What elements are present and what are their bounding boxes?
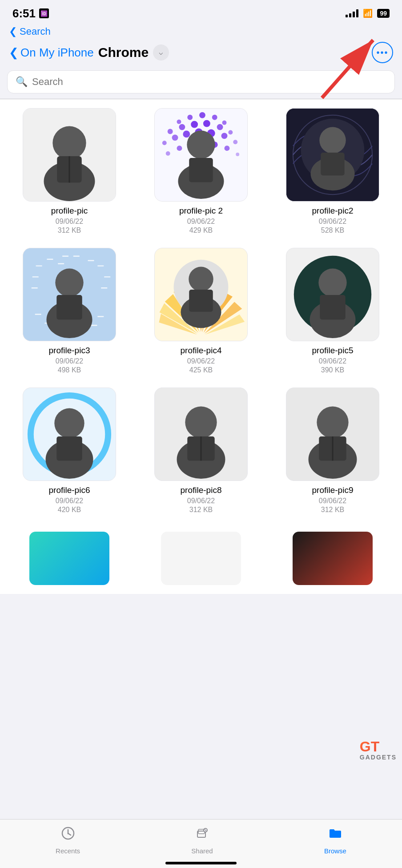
search-icon: 🔍 xyxy=(16,76,28,88)
file-name: profile-pic9 xyxy=(312,485,354,495)
svg-point-34 xyxy=(187,131,215,159)
partial-item-2 xyxy=(139,532,263,594)
file-size: 390 KB xyxy=(321,366,344,374)
file-thumbnail xyxy=(23,248,116,341)
status-icons: 📶 99 xyxy=(346,8,390,18)
status-time: 6:51 xyxy=(12,7,36,20)
svg-point-13 xyxy=(222,121,227,125)
file-item[interactable]: profile-pic9 09/06/22 312 KB xyxy=(270,388,395,514)
file-size: 425 KB xyxy=(189,366,213,374)
back-label[interactable]: Search xyxy=(20,26,51,37)
svg-rect-36 xyxy=(189,158,213,182)
file-item[interactable]: profile-pic5 09/06/22 390 KB xyxy=(270,248,395,374)
svg-point-19 xyxy=(228,130,233,135)
file-name: profile-pic4 xyxy=(181,346,222,355)
svg-point-40 xyxy=(319,127,346,153)
status-bar: 6:51 🆔 📶 99 xyxy=(0,0,402,24)
signal-icon xyxy=(346,9,358,17)
file-date: 09/06/22 xyxy=(187,357,215,365)
file-item[interactable]: profile-pic6 09/06/22 420 KB xyxy=(7,388,132,514)
svg-point-20 xyxy=(162,141,167,145)
clock-icon xyxy=(60,826,76,844)
tab-shared-label: Shared xyxy=(191,847,213,855)
profile-image-5 xyxy=(155,248,247,341)
watermark: GT GADGETS xyxy=(360,739,397,761)
search-input[interactable] xyxy=(32,76,386,88)
partial-thumbnail-1 xyxy=(29,532,109,585)
svg-point-14 xyxy=(168,129,173,134)
back-chevron-icon[interactable]: ❮ xyxy=(9,26,17,37)
file-item[interactable]: profile-pic 2 09/06/22 429 KB xyxy=(139,108,263,234)
file-name: profile-pic xyxy=(51,206,88,216)
home-indicator xyxy=(165,862,237,864)
file-date: 09/06/22 xyxy=(319,218,346,226)
file-name: profile-pic6 xyxy=(49,485,90,495)
file-thumbnail xyxy=(286,108,379,202)
file-item[interactable]: profile-pic4 09/06/22 425 KB xyxy=(139,248,263,374)
search-bar: 🔍 xyxy=(7,70,395,93)
svg-point-3 xyxy=(52,126,86,160)
back-button[interactable]: ❮ On My iPhone xyxy=(9,46,94,60)
file-date: 09/06/22 xyxy=(187,218,215,226)
id-icon: 🆔 xyxy=(39,8,49,18)
dropdown-button[interactable]: ⌵ xyxy=(153,44,169,61)
nav-header: ❮ On My iPhone Chrome ⌵ ••• xyxy=(0,38,402,69)
search-container: 🔍 xyxy=(0,69,402,99)
partial-item-3 xyxy=(270,532,395,594)
file-item[interactable]: profile-pic2 09/06/22 528 KB xyxy=(270,108,395,234)
profile-image-4 xyxy=(23,248,116,341)
back-search-row: ❮ Search xyxy=(0,24,402,38)
profile-image-9 xyxy=(286,388,379,481)
page-title: Chrome xyxy=(98,45,149,60)
file-name: profile-pic 2 xyxy=(179,206,223,216)
file-size: 312 KB xyxy=(189,506,213,514)
partial-item-1 xyxy=(7,532,132,594)
partial-row xyxy=(0,523,402,594)
file-thumbnail xyxy=(286,248,379,341)
tab-recents[interactable]: Recents xyxy=(56,826,80,855)
file-item[interactable]: profile-pic3 09/06/22 498 KB xyxy=(7,248,132,374)
svg-line-100 xyxy=(68,833,71,835)
bottom-spacer xyxy=(0,594,402,647)
svg-point-32 xyxy=(224,145,229,151)
file-size: 429 KB xyxy=(189,226,213,234)
file-size: 312 KB xyxy=(58,226,81,234)
tab-recents-label: Recents xyxy=(56,847,80,855)
file-size: 312 KB xyxy=(321,506,344,514)
svg-rect-63 xyxy=(56,295,82,319)
svg-rect-42 xyxy=(321,153,344,176)
folder-icon xyxy=(328,826,343,844)
svg-point-61 xyxy=(55,269,83,297)
file-name: profile-pic3 xyxy=(49,346,90,355)
partial-thumbnail-3 xyxy=(293,532,373,585)
svg-point-11 xyxy=(199,112,205,118)
title-group: Chrome ⌵ xyxy=(98,44,169,61)
svg-point-18 xyxy=(217,124,223,130)
file-item[interactable]: profile-pic 09/06/22 312 KB xyxy=(7,108,132,234)
back-link-label[interactable]: On My iPhone xyxy=(20,46,94,60)
file-item[interactable]: profile-pic8 09/06/22 312 KB xyxy=(139,388,263,514)
file-thumbnail xyxy=(154,388,248,481)
ellipsis-icon: ••• xyxy=(376,48,388,57)
file-name: profile-pic8 xyxy=(181,485,222,495)
svg-point-94 xyxy=(317,407,348,438)
tab-browse-label: Browse xyxy=(324,847,346,855)
file-thumbnail xyxy=(23,388,116,481)
more-options-button[interactable]: ••• xyxy=(372,42,393,63)
svg-point-33 xyxy=(236,153,239,156)
profile-image-1 xyxy=(23,108,116,202)
battery-indicator: 99 xyxy=(377,9,390,18)
file-date: 09/06/22 xyxy=(187,497,215,505)
svg-point-22 xyxy=(183,131,190,138)
file-date: 09/06/22 xyxy=(319,497,346,505)
file-thumbnail xyxy=(286,388,379,481)
profile-image-3 xyxy=(286,108,379,202)
tab-shared[interactable]: Shared xyxy=(191,826,213,855)
file-size: 498 KB xyxy=(58,366,81,374)
svg-point-15 xyxy=(179,124,185,130)
tab-browse[interactable]: Browse xyxy=(324,826,346,855)
files-row-1: profile-pic 09/06/22 312 KB xyxy=(0,99,402,243)
file-date: 09/06/22 xyxy=(56,357,83,365)
svg-point-28 xyxy=(177,145,182,151)
tab-bar: Recents Shared Browse xyxy=(0,819,402,868)
